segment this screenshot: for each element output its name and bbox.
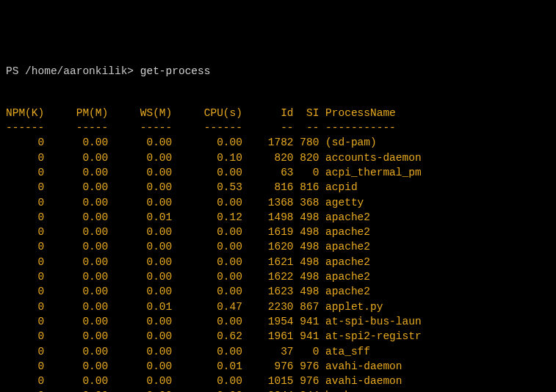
table-header: NPM(K) PM(M) WS(M) CPU(s) Id SI ProcessN… — [6, 106, 550, 120]
table-row: 0 0.00 0.01 0.12 1498 498 apache2 — [6, 210, 550, 225]
table-row: 0 0.00 0.01 0.47 2230 867 applet.py — [6, 300, 550, 314]
table-row: 0 0.00 0.00 0.00 1015 976 avahi-daemon — [6, 374, 550, 388]
table-row: 0 0.00 0.00 0.00 1368 368 agetty — [6, 195, 550, 210]
table-row: 0 0.00 0.00 0.03 2844 844 bash — [6, 388, 550, 392]
prompt-line[interactable]: PS /home/aaronkilik> get-process — [6, 64, 550, 79]
table-row: 0 0.00 0.00 0.53 816 816 acpid — [6, 180, 550, 195]
table-row: 0 0.00 0.00 0.00 1623 498 apache2 — [6, 284, 550, 299]
table-row: 0 0.00 0.00 0.00 1619 498 apache2 — [6, 225, 550, 239]
table-row: 0 0.00 0.00 0.62 1961 941 at-spi2-regist… — [6, 329, 550, 344]
table-row: 0 0.00 0.00 0.00 1622 498 apache2 — [6, 269, 550, 284]
process-table: NPM(K) PM(M) WS(M) CPU(s) Id SI ProcessN… — [6, 106, 550, 392]
table-row: 0 0.00 0.00 0.00 63 0 acpi_thermal_pm — [6, 165, 550, 180]
table-row: 0 0.00 0.00 0.00 1954 941 at-spi-bus-lau… — [6, 314, 550, 329]
table-row: 0 0.00 0.00 0.10 820 820 accounts-daemon — [6, 150, 550, 165]
prompt-path: /home/aaronkilik> — [25, 65, 134, 77]
table-row: 0 0.00 0.00 0.00 1782 780 (sd-pam) — [6, 135, 550, 150]
table-row: 0 0.00 0.00 0.01 976 976 avahi-daemon — [6, 359, 550, 374]
table-row: 0 0.00 0.00 0.00 1621 498 apache2 — [6, 255, 550, 269]
table-separator: ------ ----- ----- ------ -- -- --------… — [6, 120, 550, 135]
prompt-command: get-process — [140, 65, 211, 77]
table-row: 0 0.00 0.00 0.00 1620 498 apache2 — [6, 239, 550, 254]
table-row: 0 0.00 0.00 0.00 37 0 ata_sff — [6, 344, 550, 359]
prompt-ps: PS — [6, 65, 18, 77]
